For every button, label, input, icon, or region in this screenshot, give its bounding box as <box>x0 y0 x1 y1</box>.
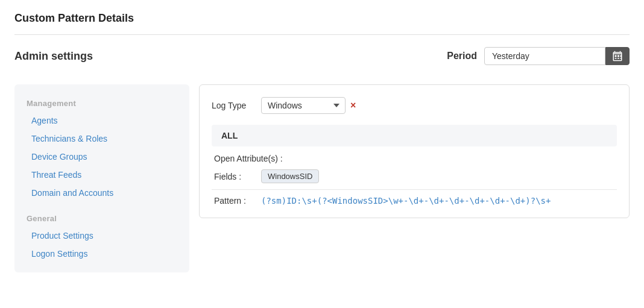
log-type-row: Log Type Windows × <box>212 97 617 114</box>
all-section: ALL <box>212 125 617 146</box>
sidebar-item-product-settings[interactable]: Product Settings <box>14 227 189 245</box>
sidebar-item-device-groups[interactable]: Device Groups <box>14 148 189 166</box>
admin-settings-title: Admin settings <box>14 50 93 63</box>
divider <box>14 34 630 35</box>
pattern-value: (?sm)ID:\s+(?<WindowsSID>\w+-\d+-\d+-\d+… <box>261 196 551 206</box>
management-section-label: Management <box>14 94 189 112</box>
sidebar-item-agents[interactable]: Agents <box>14 112 189 130</box>
log-type-select[interactable]: Windows <box>261 97 346 114</box>
period-label: Period <box>447 51 477 61</box>
fields-row: Fields : WindowsSID <box>212 169 617 183</box>
calendar-button[interactable] <box>605 47 630 65</box>
sidebar-item-threat-feeds[interactable]: Threat Feeds <box>14 166 189 184</box>
period-input[interactable] <box>484 47 605 65</box>
period-bar: Period <box>447 47 630 65</box>
log-type-select-wrapper: Windows × <box>261 97 356 114</box>
sidebar-item-logon-settings[interactable]: Logon Settings <box>14 245 189 263</box>
sidebar-item-technicians-roles[interactable]: Technicians & Roles <box>14 130 189 148</box>
right-panel: Log Type Windows × ALL <box>199 84 630 272</box>
fields-label: Fields : <box>214 172 256 181</box>
log-type-label: Log Type <box>212 101 254 110</box>
log-type-select-container: Windows <box>261 97 346 114</box>
pattern-row: Pattern : (?sm)ID:\s+(?<WindowsSID>\w+-\… <box>212 189 617 206</box>
sidebar-item-domain-accounts[interactable]: Domain and Accounts <box>14 184 189 202</box>
main-layout: Management Agents Technicians & Roles De… <box>14 84 630 272</box>
pattern-label: Pattern : <box>214 196 256 206</box>
open-attributes-row: Open Attribute(s) : <box>212 154 617 163</box>
calendar-icon <box>612 51 623 61</box>
period-select-wrapper <box>484 47 630 65</box>
sidebar: Management Agents Technicians & Roles De… <box>14 84 189 272</box>
top-bar: Admin settings Period <box>14 47 630 75</box>
page-title: Custom Pattern Details <box>14 12 630 25</box>
page-container: Custom Pattern Details Admin settings Pe… <box>0 0 644 308</box>
all-label: ALL <box>221 131 238 140</box>
close-icon[interactable]: × <box>350 100 356 111</box>
general-section-label: General <box>14 209 189 227</box>
open-attributes-label: Open Attribute(s) : <box>214 154 286 163</box>
field-tag-windowssid[interactable]: WindowsSID <box>261 169 319 183</box>
content-panel: Log Type Windows × ALL <box>199 84 630 218</box>
